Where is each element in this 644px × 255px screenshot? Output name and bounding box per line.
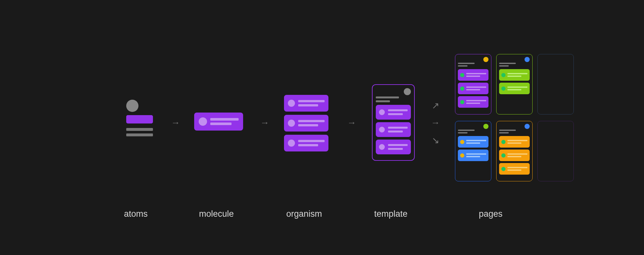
organism-card (284, 115, 328, 132)
header-line (458, 65, 468, 67)
avatar-dot (379, 144, 385, 150)
header-line (458, 132, 468, 133)
card-text-lines (210, 118, 239, 125)
page-variant-purple (455, 54, 491, 114)
header-line (376, 100, 390, 102)
page-header (458, 124, 488, 134)
arrow-right-icon: → (171, 118, 180, 128)
avatar-dot (199, 117, 207, 126)
arrow-up-right-icon: ↗ (432, 100, 439, 111)
atom-bar-shape (126, 115, 153, 123)
header-line (499, 130, 516, 131)
page-card (499, 83, 530, 94)
card-text-lines (388, 144, 408, 150)
avatar-dot (460, 100, 464, 104)
card-text-lines (298, 140, 325, 146)
avatar-dot (288, 120, 295, 127)
header-line (458, 130, 475, 131)
avatar-dot (460, 87, 464, 91)
page-card (458, 136, 488, 148)
card-text-lines (388, 127, 408, 132)
arrow-right-icon: → (431, 118, 440, 128)
stage-molecule (194, 113, 243, 131)
card-text-lines (298, 100, 325, 106)
page-variant-blue (455, 121, 491, 181)
avatar-dot (288, 100, 295, 107)
page-variant-orange (496, 121, 533, 181)
stage-organism (284, 95, 328, 151)
profile-avatar (483, 57, 488, 62)
avatar-dot (501, 87, 506, 91)
page-card (499, 163, 530, 175)
organism-card (284, 135, 328, 151)
page-card (458, 150, 488, 161)
stage-template (372, 84, 415, 161)
avatar-dot (501, 73, 506, 77)
atomic-design-diagram: → → → ↗ → ↘ (0, 0, 644, 255)
template-header (376, 88, 411, 102)
profile-avatar (525, 57, 530, 62)
page-card (499, 136, 530, 148)
page-variant-ghost (537, 121, 574, 181)
header-line (376, 96, 399, 98)
header-line (458, 63, 475, 64)
avatar-dot (501, 153, 506, 158)
arrow-right-icon: → (347, 118, 356, 128)
label-molecule: molecule (199, 209, 234, 219)
arrow-down-right-icon: ↘ (432, 135, 439, 146)
profile-avatar (404, 88, 411, 95)
avatar-dot (501, 167, 506, 171)
page-card (458, 83, 488, 94)
arrow-right-icon: → (260, 118, 269, 128)
profile-avatar (525, 124, 530, 129)
template-card (376, 140, 411, 154)
page-variant-ghost (537, 54, 574, 114)
page-card (458, 69, 488, 81)
avatar-dot (379, 127, 385, 132)
atom-text-lines (126, 128, 153, 136)
card-text-lines (388, 109, 408, 115)
label-template: template (374, 209, 408, 219)
avatar-dot (460, 73, 464, 77)
header-line (499, 63, 516, 64)
page-card (458, 96, 488, 108)
avatar-dot (460, 140, 464, 144)
label-organism: organism (286, 209, 322, 219)
label-pages: pages (479, 209, 503, 219)
avatar-dot (379, 109, 385, 115)
atom-circle-shape (126, 100, 138, 112)
page-card (499, 150, 530, 161)
template-card (376, 122, 411, 137)
header-line (499, 65, 509, 67)
header-line (499, 132, 509, 133)
page-card (499, 69, 530, 81)
template-card (376, 105, 411, 120)
avatar-dot (501, 140, 506, 144)
stage-atoms (126, 100, 153, 136)
molecule-card (194, 113, 243, 131)
page-header (499, 124, 530, 134)
organism-card (284, 95, 328, 112)
page-variant-green (496, 54, 533, 114)
stage-pages (455, 54, 574, 181)
page-header (499, 57, 530, 67)
avatar-dot (288, 140, 295, 147)
avatar-dot (460, 153, 464, 158)
card-text-lines (298, 120, 325, 126)
profile-avatar (483, 124, 488, 129)
label-atoms: atoms (124, 209, 148, 219)
page-header (458, 57, 488, 67)
